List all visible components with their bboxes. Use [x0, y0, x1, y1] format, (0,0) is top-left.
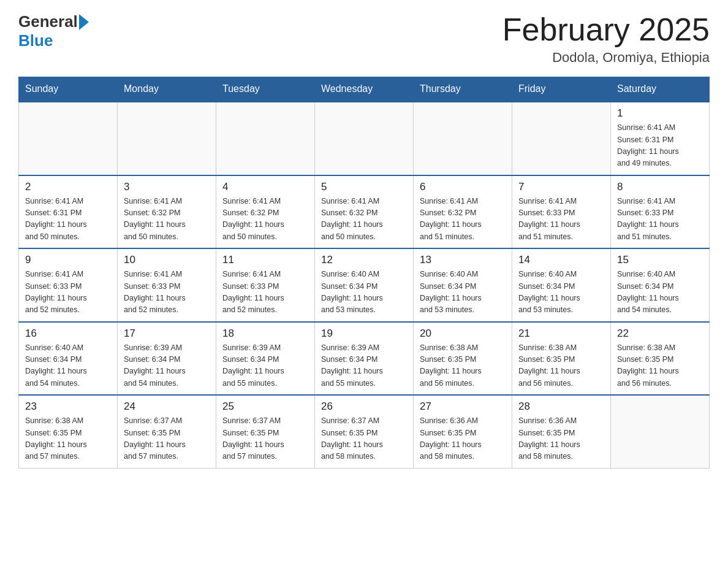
weekday-header-row: SundayMondayTuesdayWednesdayThursdayFrid…	[19, 77, 710, 102]
calendar-cell: 20Sunrise: 6:38 AM Sunset: 6:35 PM Dayli…	[414, 322, 512, 396]
day-number: 22	[617, 327, 703, 340]
calendar-cell: 26Sunrise: 6:37 AM Sunset: 6:35 PM Dayli…	[315, 395, 414, 468]
day-number: 20	[420, 327, 506, 340]
day-number: 27	[420, 400, 506, 413]
day-number: 1	[617, 107, 703, 120]
day-number: 7	[518, 181, 604, 193]
day-info: Sunrise: 6:37 AM Sunset: 6:35 PM Dayligh…	[222, 415, 308, 463]
day-number: 18	[222, 327, 308, 340]
day-info: Sunrise: 6:41 AM Sunset: 6:33 PM Dayligh…	[25, 269, 111, 316]
calendar-cell: 11Sunrise: 6:41 AM Sunset: 6:33 PM Dayli…	[216, 248, 315, 322]
day-number: 11	[222, 254, 308, 266]
logo-arrow-icon	[79, 14, 89, 30]
calendar-cell: 24Sunrise: 6:37 AM Sunset: 6:35 PM Dayli…	[118, 395, 216, 468]
weekday-header-sunday: Sunday	[19, 77, 118, 102]
location-title: Dodola, Oromiya, Ethiopia	[502, 50, 710, 66]
day-number: 3	[124, 181, 210, 193]
calendar-week-row: 1Sunrise: 6:41 AM Sunset: 6:31 PM Daylig…	[19, 102, 710, 175]
calendar-cell: 8Sunrise: 6:41 AM Sunset: 6:33 PM Daylig…	[611, 175, 710, 249]
day-number: 13	[420, 254, 506, 266]
title-area: February 2025 Dodola, Oromiya, Ethiopia	[502, 12, 710, 66]
weekday-header-friday: Friday	[512, 77, 611, 102]
day-number: 6	[420, 181, 506, 193]
day-info: Sunrise: 6:36 AM Sunset: 6:35 PM Dayligh…	[420, 415, 506, 463]
calendar-cell: 9Sunrise: 6:41 AM Sunset: 6:33 PM Daylig…	[19, 248, 118, 322]
day-number: 5	[321, 181, 407, 193]
weekday-header-saturday: Saturday	[611, 77, 710, 102]
day-info: Sunrise: 6:41 AM Sunset: 6:33 PM Dayligh…	[617, 196, 703, 243]
calendar-cell	[315, 102, 414, 175]
calendar-cell: 7Sunrise: 6:41 AM Sunset: 6:33 PM Daylig…	[512, 175, 611, 249]
day-info: Sunrise: 6:38 AM Sunset: 6:35 PM Dayligh…	[518, 342, 604, 390]
calendar-cell: 12Sunrise: 6:40 AM Sunset: 6:34 PM Dayli…	[315, 248, 414, 322]
day-number: 16	[25, 327, 111, 340]
calendar-week-row: 16Sunrise: 6:40 AM Sunset: 6:34 PM Dayli…	[19, 322, 710, 396]
day-number: 14	[518, 254, 604, 266]
calendar-cell	[512, 102, 611, 175]
day-info: Sunrise: 6:39 AM Sunset: 6:34 PM Dayligh…	[222, 342, 308, 390]
calendar-cell: 25Sunrise: 6:37 AM Sunset: 6:35 PM Dayli…	[216, 395, 315, 468]
day-info: Sunrise: 6:41 AM Sunset: 6:32 PM Dayligh…	[124, 196, 210, 243]
day-info: Sunrise: 6:38 AM Sunset: 6:35 PM Dayligh…	[25, 415, 111, 463]
day-number: 2	[25, 181, 111, 193]
calendar-cell: 13Sunrise: 6:40 AM Sunset: 6:34 PM Dayli…	[414, 248, 512, 322]
day-info: Sunrise: 6:41 AM Sunset: 6:33 PM Dayligh…	[124, 269, 210, 316]
calendar-week-row: 23Sunrise: 6:38 AM Sunset: 6:35 PM Dayli…	[19, 395, 710, 468]
weekday-header-wednesday: Wednesday	[315, 77, 414, 102]
calendar-cell	[19, 102, 118, 175]
calendar-cell: 21Sunrise: 6:38 AM Sunset: 6:35 PM Dayli…	[512, 322, 611, 396]
calendar-cell: 4Sunrise: 6:41 AM Sunset: 6:32 PM Daylig…	[216, 175, 315, 249]
month-title: February 2025	[502, 12, 710, 47]
calendar-cell: 14Sunrise: 6:40 AM Sunset: 6:34 PM Dayli…	[512, 248, 611, 322]
weekday-header-tuesday: Tuesday	[216, 77, 315, 102]
day-info: Sunrise: 6:38 AM Sunset: 6:35 PM Dayligh…	[420, 342, 506, 390]
calendar-cell	[216, 102, 315, 175]
calendar-cell: 5Sunrise: 6:41 AM Sunset: 6:32 PM Daylig…	[315, 175, 414, 249]
day-info: Sunrise: 6:40 AM Sunset: 6:34 PM Dayligh…	[321, 269, 407, 316]
day-info: Sunrise: 6:41 AM Sunset: 6:32 PM Dayligh…	[222, 196, 308, 243]
day-number: 19	[321, 327, 407, 340]
weekday-header-thursday: Thursday	[414, 77, 512, 102]
day-info: Sunrise: 6:38 AM Sunset: 6:35 PM Dayligh…	[617, 342, 703, 390]
calendar-cell: 10Sunrise: 6:41 AM Sunset: 6:33 PM Dayli…	[118, 248, 216, 322]
calendar-cell	[611, 395, 710, 468]
day-info: Sunrise: 6:37 AM Sunset: 6:35 PM Dayligh…	[321, 415, 407, 463]
logo-blue-text: Blue	[18, 31, 53, 50]
day-number: 25	[222, 400, 308, 413]
day-number: 12	[321, 254, 407, 266]
calendar-cell: 2Sunrise: 6:41 AM Sunset: 6:31 PM Daylig…	[19, 175, 118, 249]
day-info: Sunrise: 6:39 AM Sunset: 6:34 PM Dayligh…	[124, 342, 210, 390]
calendar-cell: 27Sunrise: 6:36 AM Sunset: 6:35 PM Dayli…	[414, 395, 512, 468]
calendar-cell: 23Sunrise: 6:38 AM Sunset: 6:35 PM Dayli…	[19, 395, 118, 468]
day-number: 28	[518, 400, 604, 413]
logo: General Blue	[18, 12, 89, 50]
calendar-week-row: 2Sunrise: 6:41 AM Sunset: 6:31 PM Daylig…	[19, 175, 710, 249]
day-info: Sunrise: 6:41 AM Sunset: 6:33 PM Dayligh…	[518, 196, 604, 243]
day-info: Sunrise: 6:39 AM Sunset: 6:34 PM Dayligh…	[321, 342, 407, 390]
day-info: Sunrise: 6:41 AM Sunset: 6:32 PM Dayligh…	[420, 196, 506, 243]
calendar-cell: 3Sunrise: 6:41 AM Sunset: 6:32 PM Daylig…	[118, 175, 216, 249]
calendar-cell: 15Sunrise: 6:40 AM Sunset: 6:34 PM Dayli…	[611, 248, 710, 322]
logo-general-text: General	[18, 12, 78, 31]
calendar-cell: 19Sunrise: 6:39 AM Sunset: 6:34 PM Dayli…	[315, 322, 414, 396]
calendar-cell	[414, 102, 512, 175]
calendar-cell: 22Sunrise: 6:38 AM Sunset: 6:35 PM Dayli…	[611, 322, 710, 396]
day-number: 9	[25, 254, 111, 266]
day-info: Sunrise: 6:36 AM Sunset: 6:35 PM Dayligh…	[518, 415, 604, 463]
day-info: Sunrise: 6:40 AM Sunset: 6:34 PM Dayligh…	[420, 269, 506, 316]
day-info: Sunrise: 6:37 AM Sunset: 6:35 PM Dayligh…	[124, 415, 210, 463]
day-number: 17	[124, 327, 210, 340]
calendar-table: SundayMondayTuesdayWednesdayThursdayFrid…	[18, 77, 710, 469]
header: General Blue February 2025 Dodola, Oromi…	[18, 12, 710, 66]
calendar-cell: 1Sunrise: 6:41 AM Sunset: 6:31 PM Daylig…	[611, 102, 710, 175]
day-number: 8	[617, 181, 703, 193]
day-number: 15	[617, 254, 703, 266]
day-number: 21	[518, 327, 604, 340]
day-info: Sunrise: 6:40 AM Sunset: 6:34 PM Dayligh…	[617, 269, 703, 316]
calendar-cell: 17Sunrise: 6:39 AM Sunset: 6:34 PM Dayli…	[118, 322, 216, 396]
calendar-week-row: 9Sunrise: 6:41 AM Sunset: 6:33 PM Daylig…	[19, 248, 710, 322]
day-number: 10	[124, 254, 210, 266]
day-info: Sunrise: 6:41 AM Sunset: 6:32 PM Dayligh…	[321, 196, 407, 243]
day-number: 4	[222, 181, 308, 193]
day-info: Sunrise: 6:40 AM Sunset: 6:34 PM Dayligh…	[25, 342, 111, 390]
